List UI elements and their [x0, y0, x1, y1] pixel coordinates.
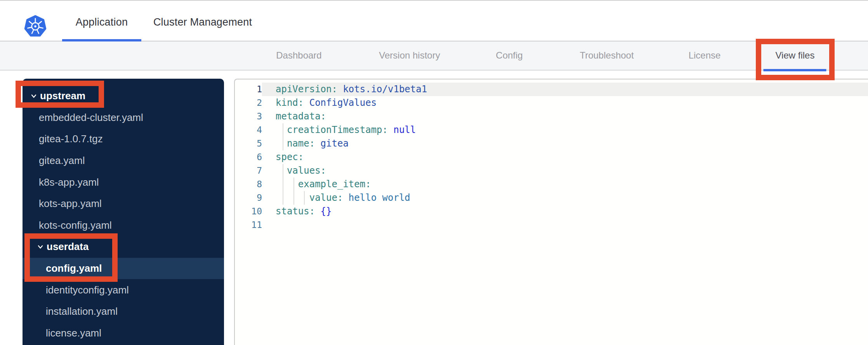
tree-item-label: embedded-cluster.yaml: [39, 112, 143, 124]
indent-guide: [283, 191, 283, 205]
line-number[interactable]: 5: [235, 137, 262, 150]
line-content: kind: ConfigValues: [262, 96, 868, 110]
tree-file-license-yaml[interactable]: license.yaml: [23, 323, 224, 344]
tab-application[interactable]: Application: [76, 16, 128, 28]
app-subnav: DashboardVersion historyConfigTroublesho…: [0, 41, 868, 71]
code-token: gitea: [315, 138, 349, 149]
tree-folder-userdata[interactable]: userdata: [23, 236, 224, 258]
code-line-2[interactable]: 2kind: ConfigValues: [235, 96, 868, 110]
code-token: creationTimestamp:: [287, 124, 388, 135]
line-content: [262, 218, 868, 232]
tree-file-gitea-1-0-7-tgz[interactable]: gitea-1.0.7.tgz: [23, 128, 224, 150]
code-token: metadata:: [276, 111, 326, 122]
indent-guide: [283, 178, 283, 191]
tree-file-identityconfig-yaml[interactable]: identityconfig.yaml: [23, 279, 224, 301]
line-number[interactable]: 7: [235, 164, 262, 178]
line-content: value: hello world: [262, 191, 868, 205]
active-tab-underline: [764, 69, 826, 71]
line-content: creationTimestamp: null: [262, 123, 868, 137]
line-number[interactable]: 10: [235, 205, 262, 218]
indent-guide: [283, 123, 283, 137]
code-token: values:: [287, 165, 326, 176]
code-token: example_item:: [298, 179, 371, 190]
line-number[interactable]: 6: [235, 150, 262, 164]
line-content: example_item:: [262, 178, 868, 191]
line-number[interactable]: 9: [235, 191, 262, 205]
code-token: spec:: [276, 152, 304, 162]
kots-admin-console: Application Cluster Management Dashboard…: [0, 0, 868, 345]
tree-file-gitea-yaml[interactable]: gitea.yaml: [23, 150, 224, 172]
tab-license[interactable]: License: [689, 50, 721, 61]
kubernetes-logo-icon: [24, 15, 47, 38]
tree-item-label: userdata: [47, 241, 89, 253]
tab-version-history[interactable]: Version history: [379, 50, 440, 61]
code-token: name:: [287, 138, 315, 149]
code-token: [276, 138, 287, 149]
code-token: null: [388, 124, 416, 135]
tree-file-config-yaml[interactable]: config.yaml: [23, 258, 224, 279]
tab-config[interactable]: Config: [496, 50, 523, 61]
line-number[interactable]: 2: [235, 96, 262, 110]
file-viewer-editor[interactable]: 1apiVersion: kots.io/v1beta12kind: Confi…: [234, 79, 868, 345]
line-number[interactable]: 3: [235, 110, 262, 123]
tree-file-kots-app-yaml[interactable]: kots-app.yaml: [23, 193, 224, 215]
tab-cluster-management[interactable]: Cluster Management: [153, 16, 252, 28]
tree-item-label: k8s-app.yaml: [39, 176, 99, 188]
line-number[interactable]: 4: [235, 123, 262, 137]
code-line-8[interactable]: 8 example_item:: [235, 178, 868, 191]
indent-guide: [283, 164, 283, 178]
tree-item-label: gitea-1.0.7.tgz: [39, 133, 103, 145]
code-line-4[interactable]: 4 creationTimestamp: null: [235, 123, 868, 137]
code-line-1[interactable]: 1apiVersion: kots.io/v1beta1: [235, 83, 868, 96]
line-number[interactable]: 1: [235, 83, 262, 96]
code-token: kind:: [276, 97, 304, 108]
tree-item-label: config.yaml: [46, 262, 102, 274]
code-token: [276, 165, 287, 176]
line-content: values:: [262, 164, 868, 178]
tree-item-label: upstream: [40, 90, 85, 102]
code-token: ConfigValues: [304, 97, 377, 108]
code-token: value:: [309, 192, 343, 203]
code-token: [276, 124, 287, 135]
code-line-6[interactable]: 6spec:: [235, 150, 868, 164]
tree-item-label: license.yaml: [46, 327, 101, 339]
chevron-down-icon: [36, 243, 44, 251]
file-tree-sidebar: upstreamembedded-cluster.yamlgitea-1.0.7…: [23, 79, 224, 345]
tab-view-files[interactable]: View files: [776, 50, 815, 61]
line-content: spec:: [262, 150, 868, 164]
editor-lines: 1apiVersion: kots.io/v1beta12kind: Confi…: [235, 83, 868, 232]
tab-dashboard[interactable]: Dashboard: [276, 50, 321, 61]
code-token: status:: [276, 206, 315, 217]
tree-folder-upstream[interactable]: upstream: [23, 85, 224, 107]
tree-item-label: gitea.yaml: [39, 155, 85, 167]
code-line-11[interactable]: 11: [235, 218, 868, 232]
code-token: kots.io/v1beta1: [337, 84, 427, 95]
tree-item-label: kots-config.yaml: [39, 219, 112, 231]
code-line-7[interactable]: 7 values:: [235, 164, 868, 178]
file-tree: upstreamembedded-cluster.yamlgitea-1.0.7…: [23, 85, 224, 344]
tree-file-embedded-cluster-yaml[interactable]: embedded-cluster.yaml: [23, 107, 224, 129]
code-line-10[interactable]: 10status: {}: [235, 205, 868, 218]
indent-guide: [283, 137, 283, 150]
tab-troubleshoot[interactable]: Troubleshoot: [580, 50, 634, 61]
tree-file-installation-yaml[interactable]: installation.yaml: [23, 301, 224, 323]
line-content: status: {}: [262, 205, 868, 218]
line-content: name: gitea: [262, 137, 868, 150]
chevron-down-icon: [30, 92, 38, 100]
tree-item-label: installation.yaml: [46, 305, 118, 317]
code-token: {}: [315, 206, 332, 217]
code-line-3[interactable]: 3metadata:: [235, 110, 868, 123]
tree-file-kots-config-yaml[interactable]: kots-config.yaml: [23, 215, 224, 236]
indent-guide: [293, 191, 294, 205]
tree-file-k8s-app-yaml[interactable]: k8s-app.yaml: [23, 171, 224, 193]
code-token: apiVersion:: [276, 84, 337, 95]
line-number[interactable]: 8: [235, 178, 262, 191]
line-number[interactable]: 11: [235, 218, 262, 232]
tree-item-label: kots-app.yaml: [39, 198, 102, 210]
code-line-5[interactable]: 5 name: gitea: [235, 137, 868, 150]
line-content: apiVersion: kots.io/v1beta1: [262, 83, 868, 96]
code-line-9[interactable]: 9 value: hello world: [235, 191, 868, 205]
indent-guide: [304, 191, 305, 205]
indent-guide: [293, 178, 294, 191]
top-navbar: Application Cluster Management: [0, 0, 868, 41]
